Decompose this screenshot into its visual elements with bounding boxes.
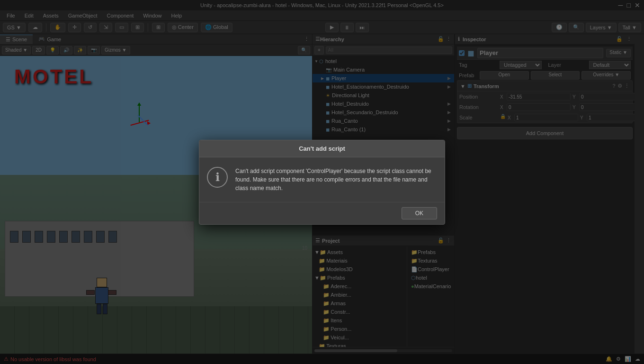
dialog-footer: OK xyxy=(199,202,445,224)
dialog-ok-label: OK xyxy=(415,210,423,217)
dialog-icon-glyph: ℹ xyxy=(215,171,220,184)
dialog-message: Can't add script component 'ControlPlaye… xyxy=(235,167,437,192)
dialog-overlay[interactable]: Can't add script ℹ Can't add script comp… xyxy=(0,0,644,364)
dialog-body: ℹ Can't add script component 'ControlPla… xyxy=(199,157,445,202)
error-dialog: Can't add script ℹ Can't add script comp… xyxy=(199,140,445,225)
dialog-ok-button[interactable]: OK xyxy=(402,207,437,219)
dialog-title-text: Can't add script xyxy=(299,145,345,152)
dialog-title: Can't add script xyxy=(199,140,445,157)
dialog-info-icon: ℹ xyxy=(207,167,228,188)
